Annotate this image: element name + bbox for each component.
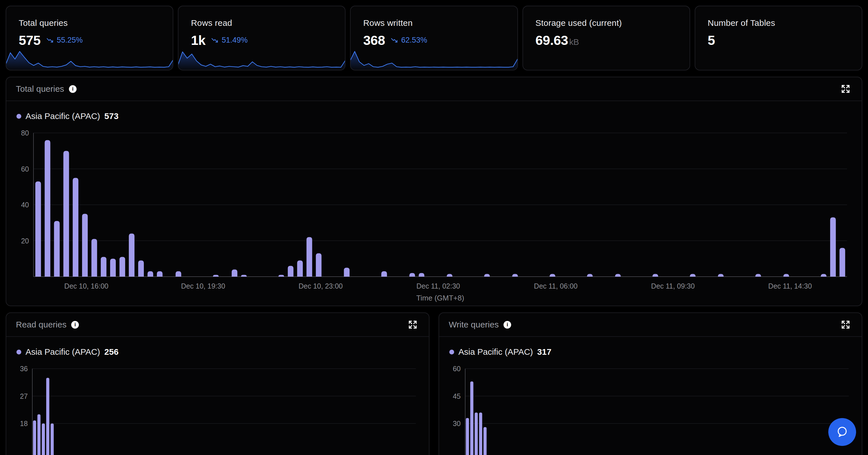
svg-text:Dec 11, 06:00: Dec 11, 06:00	[534, 282, 578, 290]
info-icon[interactable]: i	[71, 321, 79, 329]
svg-text:27: 27	[20, 392, 28, 400]
legend-dot-icon	[449, 350, 454, 354]
stat-label: Rows written	[363, 18, 505, 28]
expand-icon	[841, 320, 850, 330]
legend-series-name: Asia Pacific (APAC)	[26, 347, 100, 357]
read-queries-panel: Read queries i Asia Pacific (APAC) 256 3…	[6, 312, 430, 455]
expand-button[interactable]	[406, 318, 419, 331]
expand-button[interactable]	[839, 318, 852, 331]
series-legend[interactable]: Asia Pacific (APAC) 256	[17, 347, 419, 357]
stat-value: 368	[363, 32, 385, 48]
expand-icon	[408, 320, 417, 330]
svg-text:45: 45	[453, 392, 461, 400]
info-icon[interactable]: i	[69, 85, 76, 93]
stat-label: Rows read	[191, 18, 333, 28]
trend-badge: 62.53%	[391, 36, 427, 45]
panel-header: Total queries i	[6, 77, 862, 101]
stat-value: 69.63kB	[535, 32, 579, 48]
write-queries-bar-chart[interactable]: 604530	[449, 365, 851, 455]
expand-button[interactable]	[839, 82, 852, 95]
chat-bubble-icon	[835, 425, 849, 439]
panel-title: Read queries	[16, 320, 66, 330]
stat-value: 5	[708, 32, 715, 48]
stat-label: Number of Tables	[708, 18, 849, 28]
svg-text:30: 30	[453, 420, 461, 427]
trend-percentage: 55.25%	[57, 36, 83, 45]
svg-text:Dec 10, 16:00: Dec 10, 16:00	[64, 282, 108, 290]
svg-text:80: 80	[21, 129, 29, 137]
sparkline-chart	[178, 48, 345, 70]
sparkline-chart	[350, 48, 518, 70]
total-queries-bar-chart[interactable]: 80604020Dec 10, 16:00Dec 10, 19:30Dec 10…	[17, 129, 850, 306]
panel-title: Total queries	[16, 84, 64, 94]
svg-text:40: 40	[21, 201, 29, 209]
svg-text:36: 36	[20, 365, 28, 373]
stat-unit: kB	[569, 37, 579, 47]
svg-text:Dec 10, 23:00: Dec 10, 23:00	[299, 282, 343, 290]
svg-text:20: 20	[21, 237, 29, 245]
trending-down-icon	[391, 36, 399, 44]
stat-label: Storage used (current)	[535, 18, 677, 28]
trend-badge: 51.49%	[211, 36, 248, 45]
read-queries-bar-chart[interactable]: 362718	[17, 365, 418, 455]
legend-dot-icon	[17, 350, 21, 354]
trending-down-icon	[211, 36, 219, 44]
stat-card-rows-written: Rows written 368 62.53%	[350, 6, 518, 70]
expand-icon	[841, 84, 850, 94]
stat-label: Total queries	[19, 18, 160, 28]
panel-title: Write queries	[449, 320, 499, 330]
svg-text:60: 60	[453, 365, 461, 373]
stat-card-total-queries: Total queries 575 55.25%	[6, 6, 173, 70]
legend-series-total: 317	[537, 347, 552, 357]
series-legend[interactable]: Asia Pacific (APAC) 573	[17, 111, 851, 121]
info-icon[interactable]: i	[503, 321, 511, 329]
legend-series-name: Asia Pacific (APAC)	[26, 111, 100, 121]
trend-percentage: 51.49%	[221, 36, 248, 45]
legend-dot-icon	[17, 114, 21, 119]
trend-percentage: 62.53%	[401, 36, 427, 45]
trending-down-icon	[46, 36, 54, 44]
legend-series-total: 256	[104, 347, 119, 357]
bottom-charts-row: Read queries i Asia Pacific (APAC) 256 3…	[6, 312, 862, 455]
stat-value: 575	[19, 32, 40, 48]
stat-card-number-of-tables: Number of Tables 5	[695, 6, 862, 70]
svg-text:Dec 11, 14:30: Dec 11, 14:30	[768, 282, 812, 290]
svg-text:Time (GMT+8): Time (GMT+8)	[416, 294, 464, 302]
total-queries-panel: Total queries i Asia Pacific (APAC) 573 …	[6, 77, 862, 306]
svg-text:60: 60	[21, 165, 29, 173]
panel-header: Write queries i	[439, 313, 862, 337]
sparkline-chart	[6, 48, 173, 70]
panel-header: Read queries i	[6, 313, 429, 337]
chat-fab-button[interactable]	[828, 418, 856, 446]
svg-text:18: 18	[20, 420, 28, 427]
legend-series-total: 573	[104, 111, 119, 121]
legend-series-name: Asia Pacific (APAC)	[458, 347, 533, 357]
trend-badge: 55.25%	[46, 36, 83, 45]
stat-value: 1k	[191, 32, 205, 48]
svg-text:Dec 10, 19:30: Dec 10, 19:30	[181, 282, 225, 290]
svg-text:Dec 11, 02:30: Dec 11, 02:30	[416, 282, 460, 290]
stat-card-rows-read: Rows read 1k 51.49%	[178, 6, 345, 70]
series-legend[interactable]: Asia Pacific (APAC) 317	[449, 347, 851, 357]
svg-text:Dec 11, 09:30: Dec 11, 09:30	[651, 282, 695, 290]
stats-row: Total queries 575 55.25% Rows read 1k	[0, 0, 868, 70]
write-queries-panel: Write queries i Asia Pacific (APAC) 317 …	[438, 312, 862, 455]
stat-card-storage-used: Storage used (current) 69.63kB	[523, 6, 690, 70]
